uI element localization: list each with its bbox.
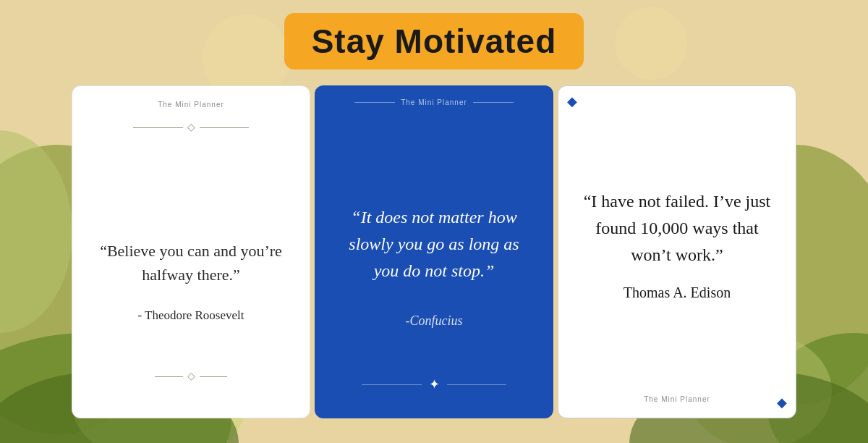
- header: Stay Motivated: [284, 13, 584, 69]
- corner-diamond-br: ◆: [777, 395, 787, 410]
- quote-card-3: ◆ ◆ “I have not failed. I’ve just found …: [558, 85, 796, 418]
- diamond-icon-bottom-1: ◇: [187, 371, 195, 381]
- quote-text-1: “Believe you can and you’re halfway ther…: [93, 239, 289, 287]
- branding-label-2: The Mini Planner: [354, 98, 514, 106]
- divider-top-1: ◇: [133, 122, 249, 132]
- page-container: Stay Motivated The Mini Planner ◇ “Belie…: [0, 0, 868, 443]
- diamond-icon-1: ◇: [187, 122, 195, 132]
- star-bottom-2: ✦: [362, 376, 506, 392]
- branding-label-3: The Mini Planner: [644, 395, 710, 403]
- author-text-3: Thomas A. Edison: [624, 284, 731, 301]
- quote-text-3: “I have not failed. I’ve just found 10,0…: [582, 188, 773, 269]
- cards-row: The Mini Planner ◇ “Believe you can and …: [0, 85, 868, 418]
- page-title: Stay Motivated: [312, 22, 557, 60]
- title-badge: Stay Motivated: [284, 13, 584, 69]
- quote-card-2: The Mini Planner “It does not matter how…: [315, 85, 553, 418]
- author-text-2: -Confucius: [406, 313, 463, 329]
- corner-diamond-tl: ◆: [567, 93, 577, 109]
- branding-label-1: The Mini Planner: [158, 101, 224, 109]
- author-text-1: - Theodore Roosevelt: [138, 308, 244, 323]
- star-icon-2: ✦: [429, 376, 440, 392]
- quote-card-1: The Mini Planner ◇ “Believe you can and …: [72, 85, 310, 418]
- divider-bottom-1: ◇: [155, 371, 227, 381]
- quote-text-2: “It does not matter how slowly you go as…: [335, 204, 533, 285]
